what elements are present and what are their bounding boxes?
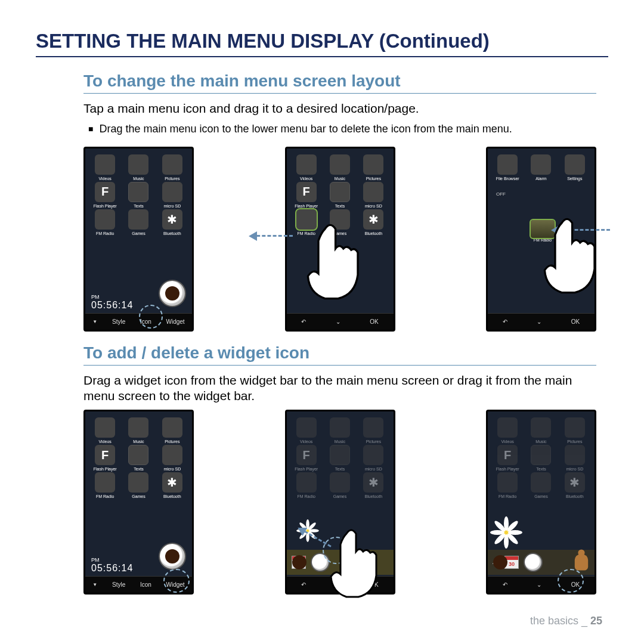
app-fmradio: FM Radio <box>89 472 121 499</box>
app-games: Games <box>525 472 557 499</box>
coffee-widget-icon <box>311 553 330 572</box>
section2-heading: To add / delete a widget icon <box>83 343 596 366</box>
app-games: Games <box>122 209 154 236</box>
footer-label: the basics _ <box>530 615 587 627</box>
app-pictures: Pictures <box>357 417 389 444</box>
section2-body: Drag a widget icon from the widget bar t… <box>83 373 596 404</box>
widget-bar: 30 <box>287 550 394 575</box>
screen-1b: Videos Music Pictures FFlash Player Text… <box>285 147 395 332</box>
app-games: Games <box>122 472 154 499</box>
app-fmradio: FM Radio <box>290 209 323 236</box>
ok-label: OK <box>570 318 581 325</box>
drag-arrow-icon <box>251 235 293 237</box>
app-microsd: micro SD <box>357 182 389 208</box>
bottom-bar-nav: ↶ ⌄ OK <box>287 576 394 593</box>
app-texts: Texts <box>525 445 557 471</box>
app-music: Music <box>324 417 356 444</box>
app-fmradio: FM Radio <box>89 209 121 236</box>
app-bluetooth: ✱Bluetooth <box>357 472 389 499</box>
tab-icon: Icon <box>139 581 153 588</box>
down-icon: ⌄ <box>535 318 543 325</box>
clock-widget: PM 05:56:14 <box>91 294 133 311</box>
app-flash: FFlash Player <box>89 182 121 208</box>
screen-2b: Videos Music Pictures FFlash Player Text… <box>285 410 395 595</box>
app-videos: Videos <box>290 154 323 181</box>
app-microsd: micro SD <box>156 182 188 208</box>
app-games: Games <box>324 209 356 236</box>
app-texts: Texts <box>324 182 356 208</box>
app-pictures: Pictures <box>559 417 591 444</box>
app-videos: Videos <box>89 154 121 181</box>
app-bluetooth: ✱Bluetooth <box>156 472 188 499</box>
coffee-widget <box>159 280 186 307</box>
app-microsd: micro SD <box>156 445 188 471</box>
app-music: Music <box>122 154 154 181</box>
tab-style: Style <box>111 581 126 588</box>
app-microsd: micro SD <box>357 445 389 471</box>
daisy-widget-placed <box>491 518 521 547</box>
page-title: SETTING THE MAIN MENU DISPLAY (Continued… <box>36 30 608 57</box>
app-texts: Texts <box>122 182 154 208</box>
bottom-bar: ▼ Style Icon Widget <box>85 576 192 593</box>
app-bluetooth: ✱Bluetooth <box>156 209 188 236</box>
ok-label: OK <box>369 581 379 588</box>
screen-1c: File Browser Alarm Settings OFF FM Radio… <box>486 147 596 332</box>
app-pictures: Pictures <box>156 154 188 181</box>
app-games: Games <box>324 472 356 499</box>
widget-bar: AM 30 <box>488 550 595 575</box>
app-fmradio: FM Radio <box>491 472 524 499</box>
ok-label: OK <box>369 318 379 325</box>
app-texts: Texts <box>122 445 154 471</box>
screen-1a: Videos Music Pictures FFlash Player Text… <box>83 147 194 332</box>
down-icon: ⌄ <box>535 581 543 588</box>
coffee-widget-icon <box>524 553 543 572</box>
back-icon: ↶ <box>300 318 307 325</box>
app-microsd: micro SD <box>559 445 591 471</box>
tab-widget: Widget <box>165 318 186 325</box>
back-icon: ↶ <box>300 581 307 588</box>
app-music: Music <box>324 154 356 181</box>
app-videos: Videos <box>89 417 121 444</box>
menu-arrow-icon: ▼ <box>91 582 98 587</box>
app-filebrowser: File Browser <box>491 154 524 181</box>
app-flash: FFlash Player <box>290 182 323 208</box>
coffee-widget <box>159 543 186 570</box>
app-settings: Settings <box>559 154 591 181</box>
widget-off-label: OFF <box>496 191 506 197</box>
app-alarm: Alarm <box>525 154 557 181</box>
ok-label: OK <box>570 581 581 588</box>
app-pictures: Pictures <box>156 417 188 444</box>
app-pictures: Pictures <box>357 154 389 181</box>
app-bluetooth: ✱Bluetooth <box>357 209 389 236</box>
page-footer: the basics _ 25 <box>530 615 602 627</box>
app-flash: FFlash Player <box>491 445 524 471</box>
menu-arrow-icon: ▼ <box>91 319 98 324</box>
row1-screens: Videos Music Pictures FFlash Player Text… <box>83 147 596 332</box>
app-videos: Videos <box>290 417 323 444</box>
app-flash: FFlash Player <box>290 445 323 471</box>
tab-widget: Widget <box>165 581 186 588</box>
screen-2a: Videos Music Pictures FFlash Player Text… <box>83 410 194 595</box>
down-icon: ⌄ <box>335 318 342 325</box>
app-texts: Texts <box>324 445 356 471</box>
app-flash: FFlash Player <box>89 445 121 471</box>
bottom-bar: ▼ Style Icon Widget <box>85 313 192 330</box>
section1-heading: To change the main menu screen layout <box>83 72 596 94</box>
bottom-bar-nav: ↶ ⌄ OK <box>287 313 394 330</box>
back-icon: ↶ <box>501 318 509 325</box>
back-icon: ↶ <box>501 581 509 588</box>
app-fmradio: FM Radio <box>290 472 323 499</box>
clock-widget: PM 05:56:14 <box>91 557 133 574</box>
bottom-bar-nav: ↶ ⌄ OK <box>488 576 595 593</box>
section1-bullet-text: Drag the main menu icon to the lower men… <box>99 122 512 136</box>
down-icon: ⌄ <box>335 581 342 588</box>
section1-bullet: ■ Drag the main menu icon to the lower m… <box>88 122 596 136</box>
app-music: Music <box>525 417 557 444</box>
app-bluetooth: ✱Bluetooth <box>559 472 591 499</box>
drag-arrow-icon <box>553 229 610 231</box>
tab-icon: Icon <box>139 318 153 325</box>
app-videos: Videos <box>491 417 524 444</box>
section1-body: Tap a main menu icon and drag it to a de… <box>83 101 596 116</box>
row2-screens: Videos Music Pictures FFlash Player Text… <box>83 410 596 595</box>
gingerbread-widget-icon <box>575 555 588 571</box>
